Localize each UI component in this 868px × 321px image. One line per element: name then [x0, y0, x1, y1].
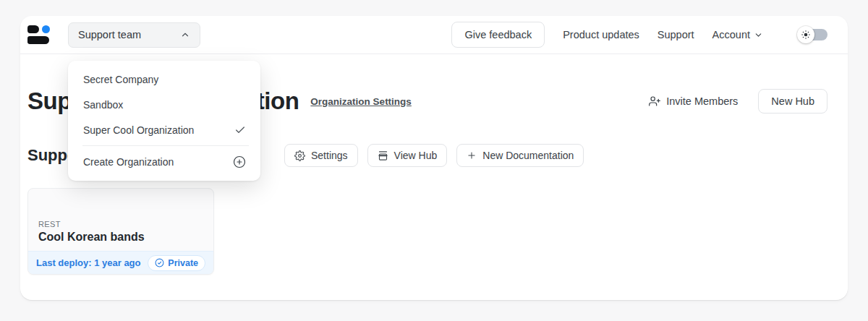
plus-circle-icon — [233, 155, 246, 168]
nav-support[interactable]: Support — [658, 29, 694, 40]
project-switcher-button[interactable]: Support team — [68, 22, 200, 48]
menu-divider — [82, 145, 249, 146]
last-deploy-text: Last deploy: 1 year ago — [36, 257, 141, 268]
nav-account-label: Account — [712, 29, 750, 40]
logo-blue-dot — [42, 25, 50, 33]
project-card[interactable]: REST Cool Korean bands Last deploy: 1 ye… — [27, 188, 214, 275]
private-badge-label: Private — [168, 258, 198, 268]
menu-item-label: Super Cool Organization — [83, 124, 194, 136]
new-hub-button[interactable]: New Hub — [758, 89, 827, 114]
chevron-up-icon — [180, 30, 190, 40]
organization-actions: Invite Members New Hub — [649, 89, 827, 114]
app-window: Support team Give feedback Product updat… — [20, 16, 848, 300]
menu-item-label: Secret Company — [83, 74, 158, 85]
menu-item-label: Sandbox — [83, 99, 123, 111]
circle-check-icon — [155, 258, 164, 268]
organization-settings-link[interactable]: Organization Settings — [310, 96, 412, 107]
chevron-down-icon — [754, 30, 763, 40]
project-section-actions: Settings View Hub New Documentation — [284, 144, 584, 167]
brand-logo[interactable] — [27, 25, 52, 44]
plus-icon — [467, 150, 477, 160]
hub-icon — [378, 150, 388, 161]
private-badge: Private — [148, 255, 205, 271]
project-switcher-label: Support team — [78, 29, 141, 40]
project-type-label: REST — [38, 220, 203, 228]
top-nav: Give feedback Product updates Support Ac… — [451, 22, 827, 48]
user-plus-icon — [649, 95, 660, 107]
project-card-body: REST Cool Korean bands — [28, 189, 213, 251]
check-icon — [234, 124, 246, 136]
top-bar: Support team Give feedback Product updat… — [20, 16, 848, 54]
new-documentation-button-label: New Documentation — [482, 150, 574, 161]
view-hub-button-label: View Hub — [394, 150, 438, 161]
menu-item-create-organization[interactable]: Create Organization — [68, 149, 260, 174]
nav-product-updates[interactable]: Product updates — [563, 29, 639, 40]
give-feedback-button[interactable]: Give feedback — [451, 22, 545, 48]
logo-bar-bottom — [27, 36, 49, 44]
gear-icon — [294, 150, 305, 161]
settings-button[interactable]: Settings — [284, 144, 358, 167]
invite-members-label: Invite Members — [666, 95, 738, 107]
theme-toggle[interactable] — [797, 26, 827, 43]
menu-item-organization[interactable]: Secret Company — [68, 67, 260, 92]
nav-account[interactable]: Account — [712, 29, 763, 40]
view-hub-button[interactable]: View Hub — [367, 144, 448, 167]
invite-members-button[interactable]: Invite Members — [649, 95, 738, 107]
project-card-footer: Last deploy: 1 year ago Private — [28, 251, 213, 274]
settings-button-label: Settings — [311, 150, 348, 161]
logo-bar-top — [27, 25, 39, 33]
sun-icon — [797, 26, 814, 43]
project-name: Cool Korean bands — [38, 231, 203, 244]
organization-dropdown-menu: Secret Company Sandbox Super Cool Organi… — [68, 61, 260, 181]
new-documentation-button[interactable]: New Documentation — [456, 144, 584, 167]
menu-item-organization[interactable]: Sandbox — [68, 92, 260, 117]
menu-item-label: Create Organization — [83, 156, 174, 168]
menu-item-organization-selected[interactable]: Super Cool Organization — [68, 117, 260, 142]
